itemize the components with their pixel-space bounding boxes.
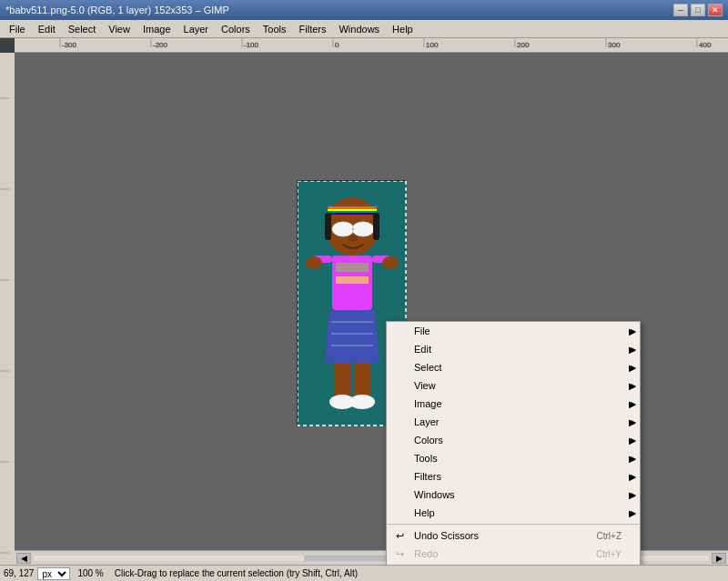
ctx-filters-arrow: ▶	[629, 472, 636, 482]
ctx-windows-arrow: ▶	[629, 490, 636, 500]
svg-rect-0	[15, 38, 728, 53]
menu-edit[interactable]: Edit	[33, 22, 61, 36]
svg-text:400: 400	[699, 41, 712, 49]
ctx-windows[interactable]: Windows ▶	[387, 486, 640, 504]
ctx-redo-label: Redo	[392, 548, 578, 559]
ctx-view-arrow: ▶	[629, 381, 636, 391]
svg-text:200: 200	[517, 41, 530, 49]
context-menu: File ▶ Edit ▶ Select ▶ View ▶ Image ▶ La…	[386, 321, 641, 565]
tool-hint: Click-Drag to replace the current select…	[115, 568, 358, 578]
menu-colors[interactable]: Colors	[216, 22, 256, 36]
svg-text:-200: -200	[153, 41, 168, 49]
svg-rect-39	[373, 213, 379, 240]
zoom-value: 100 %	[77, 568, 103, 578]
menu-select[interactable]: Select	[63, 22, 102, 36]
menu-tools[interactable]: Tools	[258, 22, 292, 36]
ctx-select[interactable]: Select ▶	[387, 358, 640, 376]
svg-point-37	[349, 235, 358, 242]
ctx-help-label: Help	[392, 507, 622, 518]
ctx-view-label: View	[392, 380, 622, 391]
svg-point-50	[349, 395, 375, 409]
ctx-filters-label: Filters	[392, 471, 622, 482]
svg-text:-100: -100	[244, 41, 259, 49]
ctx-edit-label: Edit	[392, 344, 622, 355]
ctx-help[interactable]: Help ▶	[387, 504, 640, 522]
ctx-layer[interactable]: Layer ▶	[387, 413, 640, 431]
ctx-file-label: File	[392, 326, 622, 336]
menu-filters[interactable]: Filters	[294, 22, 332, 36]
ruler-horizontal: -300 -200 -100 0 100 200 300 400	[15, 38, 728, 53]
scroll-left-button[interactable]: ◀	[16, 553, 31, 564]
svg-text:-300: -300	[62, 41, 77, 49]
title-bar-controls: ─ □ ✕	[673, 4, 723, 16]
menu-windows[interactable]: Windows	[333, 22, 385, 36]
ctx-filters[interactable]: Filters ▶	[387, 467, 640, 486]
svg-rect-48	[354, 363, 370, 399]
ctx-redo[interactable]: ↪ Redo Ctrl+Y	[387, 545, 640, 563]
menu-layer[interactable]: Layer	[178, 22, 215, 36]
menu-image[interactable]: Image	[137, 22, 177, 36]
svg-text:100: 100	[426, 41, 439, 49]
svg-rect-17	[0, 53, 15, 581]
minimize-button[interactable]: ─	[673, 4, 688, 16]
ctx-layer-arrow: ▶	[629, 417, 636, 427]
svg-text:300: 300	[608, 41, 621, 49]
svg-rect-47	[334, 363, 350, 399]
svg-point-46	[382, 256, 399, 269]
menu-bar: File Edit Select View Image Layer Colors…	[0, 20, 728, 38]
svg-rect-28	[328, 206, 377, 209]
ctx-edit-arrow: ▶	[629, 345, 636, 355]
ctx-fade[interactable]: Fade...	[387, 563, 640, 565]
menu-help[interactable]: Help	[387, 22, 419, 36]
svg-rect-30	[328, 211, 377, 213]
ctx-select-label: Select	[392, 362, 622, 373]
coordinates-display: 69, 127	[4, 568, 34, 578]
ctx-view[interactable]: View ▶	[387, 376, 640, 395]
svg-rect-29	[328, 209, 377, 211]
svg-point-35	[334, 224, 352, 235]
window-title: *babv511.png-5.0 (RGB, 1 layer) 152x353 …	[5, 5, 229, 15]
ctx-select-arrow: ▶	[629, 363, 636, 373]
title-bar: *babv511.png-5.0 (RGB, 1 layer) 152x353 …	[0, 0, 728, 20]
redo-icon: ↪	[392, 546, 407, 561]
ctx-undo-scissors-label: Undo Scissors	[392, 530, 579, 541]
ctx-colors-label: Colors	[392, 435, 622, 446]
undo-icon: ↩	[392, 528, 407, 543]
ctx-colors[interactable]: Colors ▶	[387, 431, 640, 449]
ctx-colors-arrow: ▶	[629, 436, 636, 446]
ctx-image-arrow: ▶	[629, 399, 636, 409]
ctx-tools-label: Tools	[392, 453, 622, 464]
ctx-undo-scissors-shortcut: Ctrl+Z	[579, 531, 622, 541]
svg-text:0: 0	[335, 41, 339, 49]
ctx-tools-arrow: ▶	[629, 454, 636, 464]
ruler-vertical	[0, 53, 15, 565]
ctx-undo-scissors[interactable]: ↩ Undo Scissors Ctrl+Z	[387, 526, 640, 545]
status-bar: 69, 127 px in cm 100 % Click-Drag to rep…	[0, 565, 728, 581]
ctx-layer-label: Layer	[392, 416, 622, 427]
zoom-display: 100 %	[77, 568, 103, 578]
ctx-image-label: Image	[392, 398, 622, 409]
svg-rect-41	[336, 263, 369, 272]
workspace[interactable]: File ▶ Edit ▶ Select ▶ View ▶ Image ▶ La…	[15, 53, 728, 565]
svg-rect-38	[325, 213, 331, 240]
menu-view[interactable]: View	[103, 22, 136, 36]
menu-file[interactable]: File	[4, 22, 31, 36]
svg-rect-42	[336, 276, 369, 284]
svg-point-45	[306, 256, 322, 269]
separator-1	[387, 524, 640, 525]
ctx-image[interactable]: Image ▶	[387, 395, 640, 413]
unit-select[interactable]: px in cm	[37, 567, 70, 580]
ctx-help-arrow: ▶	[629, 508, 636, 518]
ctx-edit[interactable]: Edit ▶	[387, 340, 640, 358]
ctx-redo-shortcut: Ctrl+Y	[578, 549, 622, 559]
ctx-windows-label: Windows	[392, 489, 622, 500]
ctx-file[interactable]: File ▶	[387, 322, 640, 340]
close-button[interactable]: ✕	[708, 4, 723, 16]
svg-rect-31	[328, 213, 377, 215]
maximize-button[interactable]: □	[691, 4, 705, 16]
ctx-file-arrow: ▶	[629, 326, 636, 336]
scroll-right-button[interactable]: ▶	[712, 553, 726, 564]
ctx-tools[interactable]: Tools ▶	[387, 449, 640, 467]
svg-point-36	[354, 224, 372, 235]
